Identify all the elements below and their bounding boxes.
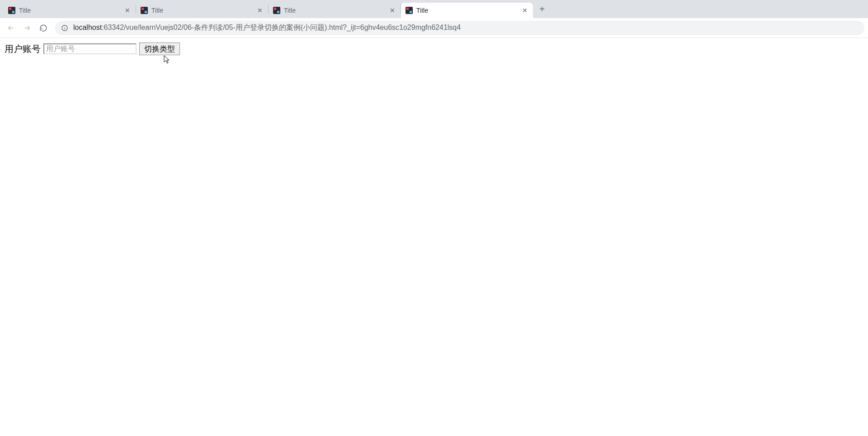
svg-rect-7 [274,8,276,10]
svg-rect-11 [410,11,412,13]
close-icon[interactable]: ✕ [389,7,396,14]
tab-title: Title [151,7,256,14]
svg-rect-5 [145,11,147,13]
browser-toolbar: localhost:63342/vue/learnVuejs02/06-条件判读… [0,18,868,38]
back-button[interactable] [4,21,18,35]
page-content: 用户账号 切换类型 [0,38,868,60]
url-text: localhost:63342/vue/learnVuejs02/06-条件判读… [73,23,859,33]
browser-tab[interactable]: Title ✕ [4,3,136,18]
favicon-icon [141,7,148,14]
svg-rect-10 [406,8,409,10]
login-form-row: 用户账号 切换类型 [5,43,863,55]
close-icon[interactable]: ✕ [521,7,528,14]
browser-tab[interactable]: Title ✕ [269,3,401,18]
username-label: 用户账号 [5,43,41,55]
browser-tab-active[interactable]: Title ✕ [401,3,533,18]
favicon-icon [8,7,15,14]
browser-tab-strip: Title ✕ Title ✕ Title ✕ Title ✕ + [0,0,868,18]
reload-button[interactable] [36,21,51,35]
tab-title: Title [416,7,521,14]
close-icon[interactable]: ✕ [256,7,264,14]
new-tab-button[interactable]: + [536,3,548,15]
svg-rect-1 [9,8,11,10]
svg-rect-8 [277,11,279,13]
url-host: localhost [73,24,102,31]
svg-rect-4 [142,8,144,10]
forward-button[interactable] [20,21,34,35]
svg-rect-2 [12,11,14,13]
browser-tab[interactable]: Title ✕ [136,3,268,18]
close-icon[interactable]: ✕ [124,7,131,14]
site-info-icon[interactable] [61,24,69,32]
url-path: :63342/vue/learnVuejs02/06-条件判读/05-用户登录切… [102,24,461,31]
switch-type-button[interactable]: 切换类型 [139,43,180,55]
favicon-icon [406,7,413,14]
address-bar[interactable]: localhost:63342/vue/learnVuejs02/06-条件判读… [55,21,864,35]
favicon-icon [273,7,280,14]
tab-title: Title [284,7,389,14]
tab-title: Title [19,7,124,14]
username-input[interactable] [43,43,137,54]
